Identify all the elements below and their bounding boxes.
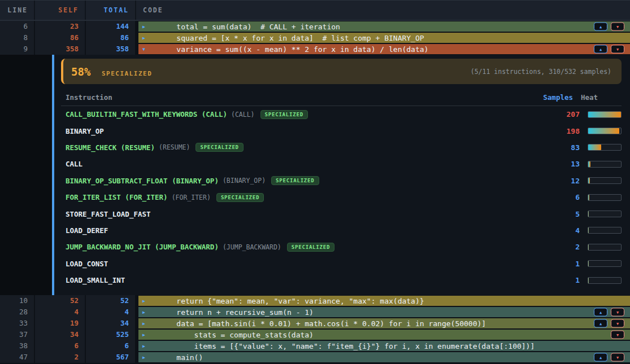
code-cell: ▶ main()▲▼ xyxy=(136,352,630,363)
heat-bar-fill xyxy=(588,227,589,233)
heat-bar-fill xyxy=(588,244,589,250)
instruction-name: LOAD_SMALL_INT xyxy=(66,276,125,284)
move-up-button[interactable]: ▲ xyxy=(594,45,607,54)
collapse-arrow-icon[interactable]: ▼ xyxy=(138,47,152,52)
line-number: 37 xyxy=(0,329,35,340)
code-row[interactable]: 3866▶ items = [{"value": x, "name": f"it… xyxy=(0,340,630,352)
expand-arrow-icon[interactable]: ▶ xyxy=(138,321,152,326)
instruction-name-cell: BINARY_OP xyxy=(61,127,535,135)
code-cell: ▶ items = [{"value": x, "name": f"item_{… xyxy=(136,340,630,352)
self-samples: 4 xyxy=(35,306,86,318)
total-samples: 144 xyxy=(86,21,136,32)
line-number: 38 xyxy=(0,340,35,352)
row-buttons: ▲▼ xyxy=(594,45,624,54)
move-up-button[interactable]: ▲ xyxy=(594,319,607,328)
instruction-name-cell: CALL_BUILTIN_FAST_WITH_KEYWORDS (CALL)(C… xyxy=(61,110,535,119)
instruction-name-cell: STORE_FAST_LOAD_FAST xyxy=(61,210,535,218)
total-samples: 4 xyxy=(86,306,136,318)
code-heat-band: ▶ main()▲▼ xyxy=(138,352,630,362)
code-cell: ▶ stats = compute_stats(data)▼ xyxy=(136,329,630,340)
code-row[interactable]: 331934▶ data = [math.sin(i * 0.01) + mat… xyxy=(0,318,630,329)
code-row[interactable]: 623144▶ total = sum(data) # CALL + itera… xyxy=(0,21,630,32)
expand-arrow-icon[interactable]: ▶ xyxy=(138,36,152,41)
line-number: 10 xyxy=(0,295,35,306)
heat-bar-fill xyxy=(588,178,590,183)
instruction-name-cell: RESUME_CHECK (RESUME)(RESUME)SPECIALIZED xyxy=(61,143,535,152)
move-down-button[interactable]: ▼ xyxy=(611,23,624,31)
heat-bar xyxy=(588,277,622,284)
instruction-row: STORE_FAST_LOAD_FAST5 xyxy=(61,205,622,222)
code-text: stats = compute_stats(data) xyxy=(152,331,314,339)
heat-column-header: Heat xyxy=(581,93,622,102)
instruction-samples: 1 xyxy=(535,276,580,284)
move-up-button[interactable]: ▲ xyxy=(594,308,607,317)
row-buttons: ▲▼ xyxy=(594,308,624,317)
code-row[interactable]: 88686▶ squared = [x * x for x in data] #… xyxy=(0,32,630,43)
move-down-button[interactable]: ▼ xyxy=(611,45,624,54)
heat-bar xyxy=(588,111,622,118)
heat-bar xyxy=(588,260,622,267)
code-text: data = [math.sin(i * 0.01) + math.cos(i … xyxy=(152,319,486,328)
instruction-column-header: Instruction xyxy=(61,93,528,102)
heat-bar-fill xyxy=(588,261,589,266)
instruction-name: STORE_FAST_LOAD_FAST xyxy=(66,210,151,218)
code-row[interactable]: 105252▶ return {"mean": mean, "var": var… xyxy=(0,295,630,306)
heat-bar-fill xyxy=(588,278,589,283)
expanded-line-panel: 58% SPECIALIZED (5/11 instructions, 310/… xyxy=(0,55,630,295)
heat-bar-fill xyxy=(588,128,619,134)
code-row[interactable]: 9358358▼ variance = sum((x - mean) ** 2 … xyxy=(0,43,630,55)
instruction-name-cell: FOR_ITER_LIST (FOR_ITER)(FOR_ITER)SPECIA… xyxy=(61,193,535,202)
instruction-base-name: (FOR_ITER) xyxy=(172,194,211,201)
code-row[interactable]: 3734525▶ stats = compute_stats(data)▼ xyxy=(0,329,630,340)
instruction-samples: 5 xyxy=(535,210,580,218)
heat-bar-fill xyxy=(588,161,590,167)
code-row[interactable]: 472567▶ main()▲▼ xyxy=(0,352,630,363)
line-number: 47 xyxy=(0,352,35,363)
move-up-button[interactable]: ▲ xyxy=(594,23,607,31)
move-down-button[interactable]: ▼ xyxy=(611,331,624,339)
total-samples: 358 xyxy=(86,43,136,55)
expand-arrow-icon[interactable]: ▶ xyxy=(138,332,152,337)
instruction-row: CALL13 xyxy=(61,156,622,172)
self-samples: 23 xyxy=(35,21,86,32)
instruction-name: FOR_ITER_LIST (FOR_ITER) xyxy=(66,193,168,201)
expand-arrow-icon[interactable]: ▶ xyxy=(138,344,152,349)
instruction-row: BINARY_OP_SUBTRACT_FLOAT (BINARY_OP)(BIN… xyxy=(61,173,622,189)
instruction-base-name: (CALL) xyxy=(231,111,255,119)
heat-bar xyxy=(588,194,622,201)
code-row[interactable]: 2844▶ return n + recursive_sum(n - 1)▲▼ xyxy=(0,306,630,318)
self-samples: 358 xyxy=(35,43,86,55)
heat-bar xyxy=(588,227,622,234)
total-samples: 86 xyxy=(86,32,136,43)
line-number: 6 xyxy=(0,21,35,32)
instruction-table-header: Instruction Samples Heat xyxy=(61,91,622,103)
move-up-button[interactable]: ▲ xyxy=(594,353,607,362)
code-cell: ▶ return {"mean": mean, "var": variance,… xyxy=(136,295,630,306)
self-samples: 19 xyxy=(35,318,86,329)
move-down-button[interactable]: ▼ xyxy=(611,308,624,317)
row-buttons: ▲▼ xyxy=(594,23,624,31)
expand-arrow-icon[interactable]: ▶ xyxy=(138,24,152,29)
instruction-row: FOR_ITER_LIST (FOR_ITER)(FOR_ITER)SPECIA… xyxy=(61,189,622,205)
expand-arrow-icon[interactable]: ▶ xyxy=(138,299,152,304)
instruction-name-cell: CALL xyxy=(61,160,535,168)
heat-bar xyxy=(588,161,622,168)
total-samples: 34 xyxy=(86,318,136,329)
specialized-badge: SPECIALIZED xyxy=(195,143,243,152)
code-heat-band: ▶ total = sum(data) # CALL + iteration▲▼ xyxy=(138,21,630,32)
left-gutter xyxy=(0,55,52,295)
heat-bar xyxy=(588,177,622,184)
instruction-samples: 12 xyxy=(535,177,580,185)
specialized-badge: SPECIALIZED xyxy=(271,176,319,185)
expand-arrow-icon[interactable]: ▶ xyxy=(138,310,152,315)
heat-bar-fill xyxy=(588,112,621,117)
code-text: variance = sum((x - mean) ** 2 for x in … xyxy=(152,45,428,54)
instruction-base-name: (BINARY_OP) xyxy=(223,177,266,185)
move-down-button[interactable]: ▼ xyxy=(611,353,624,362)
expand-arrow-icon[interactable]: ▶ xyxy=(138,355,152,360)
move-down-button[interactable]: ▼ xyxy=(611,319,624,328)
code-text: return {"mean": mean, "var": variance, "… xyxy=(152,297,424,305)
specialization-summary: 58% SPECIALIZED (5/11 instructions, 310/… xyxy=(61,59,622,84)
specialization-panel: 58% SPECIALIZED (5/11 instructions, 310/… xyxy=(61,55,622,288)
code-text: total = sum(data) # CALL + iteration xyxy=(152,23,340,31)
